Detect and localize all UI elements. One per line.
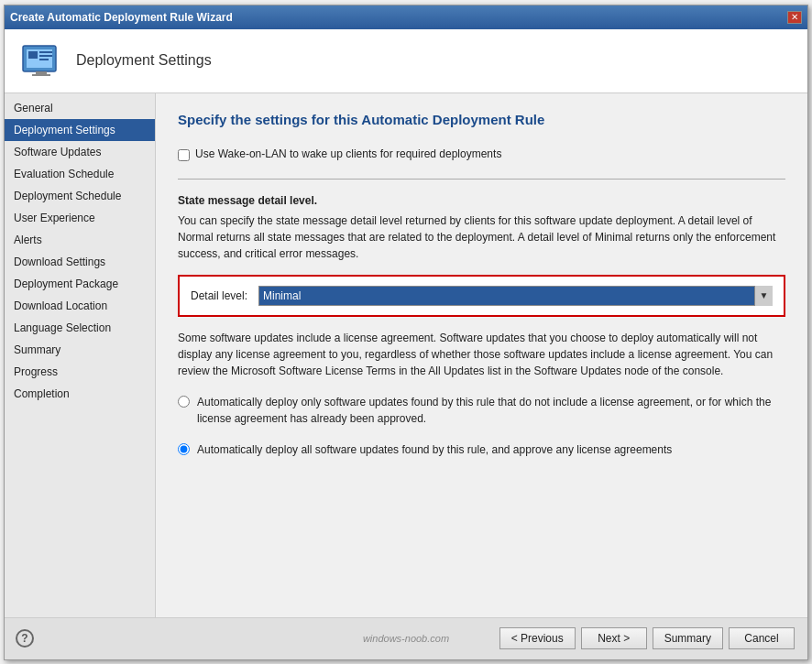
radio-no-license[interactable] <box>178 396 190 408</box>
detail-level-box: Detail level: MinimalNormal ▼ <box>178 275 785 317</box>
watermark: windows-noob.com <box>363 633 449 644</box>
svg-rect-7 <box>32 74 50 76</box>
sidebar-item-evaluation-schedule[interactable]: Evaluation Schedule <box>5 163 155 185</box>
sidebar-item-progress[interactable]: Progress <box>5 361 155 383</box>
sidebar-item-general[interactable]: General <box>5 97 155 119</box>
radio-row-2: Automatically deploy all software update… <box>178 441 785 458</box>
detail-level-select[interactable]: MinimalNormal <box>258 286 773 306</box>
radio-all-updates-label: Automatically deploy all software update… <box>197 441 672 458</box>
license-text: Some software updates include a license … <box>178 330 785 379</box>
summary-button[interactable]: Summary <box>653 627 723 649</box>
next-button[interactable]: Next > <box>581 627 647 649</box>
detail-level-select-wrapper: MinimalNormal ▼ <box>258 286 773 306</box>
sidebar-item-summary[interactable]: Summary <box>5 339 155 361</box>
sidebar-item-completion[interactable]: Completion <box>5 383 155 405</box>
radio-no-license-label: Automatically deploy only software updat… <box>197 394 785 427</box>
sidebar-item-deployment-package[interactable]: Deployment Package <box>5 273 155 295</box>
svg-rect-2 <box>28 51 38 59</box>
previous-button[interactable]: < Previous <box>499 627 576 649</box>
title-bar: Create Automatic Deployment Rule Wizard … <box>5 5 807 29</box>
wake-on-lan-checkbox[interactable] <box>178 149 190 161</box>
detail-level-label: Detail level: <box>191 289 247 302</box>
main-area: GeneralDeployment SettingsSoftware Updat… <box>5 93 807 617</box>
content-title: Specify the settings for this Automatic … <box>178 112 785 127</box>
divider-1 <box>178 179 785 180</box>
sidebar-item-download-location[interactable]: Download Location <box>5 295 155 317</box>
header-icon <box>19 38 63 82</box>
svg-rect-6 <box>36 71 47 74</box>
state-message-heading: State message detail level. <box>178 192 785 209</box>
header-title: Deployment Settings <box>76 52 212 69</box>
close-button[interactable]: ✕ <box>787 11 802 24</box>
sidebar-item-deployment-settings[interactable]: Deployment Settings <box>5 119 155 141</box>
wake-on-lan-label[interactable]: Use Wake-on-LAN to wake up clients for r… <box>195 146 501 162</box>
wizard-window: Create Automatic Deployment Rule Wizard … <box>4 5 808 660</box>
svg-rect-5 <box>39 59 49 60</box>
svg-rect-4 <box>39 55 52 57</box>
title-bar-text: Create Automatic Deployment Rule Wizard <box>10 11 233 24</box>
sidebar-item-alerts[interactable]: Alerts <box>5 229 155 251</box>
help-button[interactable]: ? <box>16 629 34 648</box>
radio-all-updates[interactable] <box>178 443 190 455</box>
sidebar-item-software-updates[interactable]: Software Updates <box>5 141 155 163</box>
sidebar-item-user-experience[interactable]: User Experience <box>5 207 155 229</box>
sidebar-item-deployment-schedule[interactable]: Deployment Schedule <box>5 185 155 207</box>
radio-row-1: Automatically deploy only software updat… <box>178 394 785 427</box>
sidebar-item-download-settings[interactable]: Download Settings <box>5 251 155 273</box>
svg-rect-3 <box>39 51 52 53</box>
cancel-button[interactable]: Cancel <box>729 627 795 649</box>
radio-group: Automatically deploy only software updat… <box>178 394 785 458</box>
header-area: Deployment Settings <box>5 29 807 93</box>
sidebar: GeneralDeployment SettingsSoftware Updat… <box>5 93 156 617</box>
content-area: Specify the settings for this Automatic … <box>156 93 807 617</box>
wake-on-lan-row: Use Wake-on-LAN to wake up clients for r… <box>178 146 785 166</box>
sidebar-item-language-selection[interactable]: Language Selection <box>5 317 155 339</box>
state-message-body: You can specify the state message detail… <box>178 212 785 262</box>
footer: ? windows-noob.com < Previous Next > Sum… <box>5 617 807 659</box>
